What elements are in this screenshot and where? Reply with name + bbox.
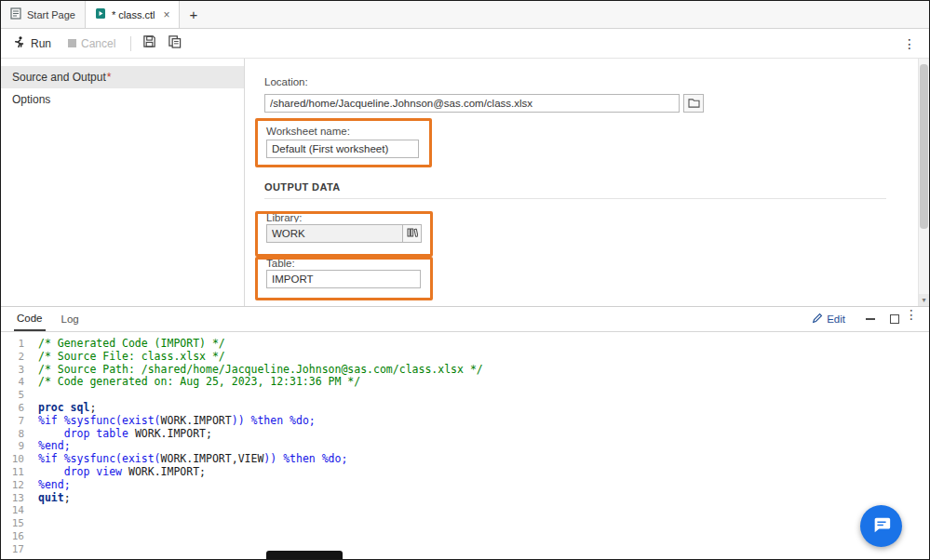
line-number: 7 (1, 415, 33, 428)
code-line[interactable]: 16 (1, 530, 929, 543)
line-number: 16 (1, 530, 33, 543)
folder-icon (688, 95, 700, 112)
close-icon[interactable]: × (163, 8, 169, 21)
code-panel: Code Log Edit ⋮ 1/* Generated Code (IMPO… (1, 307, 929, 559)
code-editor[interactable]: 1/* Generated Code (IMPORT) */2/* Source… (1, 332, 929, 556)
line-number: 12 (1, 479, 33, 492)
line-number: 17 (1, 543, 33, 556)
code-text: %end; (33, 479, 71, 492)
code-panel-header: Code Log Edit ⋮ (1, 307, 929, 332)
code-text: %if %sysfunc(exist(WORK.IMPORT,VIEW)) %t… (33, 453, 347, 466)
cancel-button[interactable]: Cancel (68, 37, 115, 50)
cancel-label: Cancel (81, 37, 115, 50)
table-input[interactable] (266, 270, 421, 288)
code-text (33, 504, 38, 517)
line-number: 9 (1, 440, 33, 453)
code-text (33, 389, 38, 402)
worksheet-name-label: Worksheet name: (266, 126, 429, 137)
new-tab-button[interactable]: + (180, 1, 207, 28)
line-number: 2 (1, 351, 33, 364)
code-line[interactable]: 6proc sql; (1, 402, 929, 415)
code-text (33, 517, 38, 530)
tab-bar: Start Page * class.ctl × + (1, 1, 929, 29)
code-line[interactable]: 12%end; (1, 479, 929, 492)
line-number: 13 (1, 492, 33, 505)
code-line[interactable]: 5 (1, 389, 929, 402)
maximize-panel-button[interactable] (890, 307, 899, 331)
scrollbar-thumb[interactable] (920, 64, 928, 229)
code-line[interactable]: 14 (1, 504, 929, 517)
tab-log[interactable]: Log (59, 307, 82, 331)
line-number: 11 (1, 466, 33, 479)
code-line[interactable]: 8 drop table WORK.IMPORT; (1, 428, 929, 441)
sidebar-item-label: Options (12, 93, 50, 106)
code-line[interactable]: 1/* Generated Code (IMPORT) */ (1, 338, 929, 351)
select-library-button[interactable] (402, 224, 422, 243)
tab-class-ctl[interactable]: * class.ctl × (86, 1, 180, 28)
code-line[interactable]: 15 (1, 517, 929, 530)
app-window: Start Page * class.ctl × + Run Cancel (0, 0, 930, 560)
tab-start-page[interactable]: Start Page (1, 1, 86, 28)
code-text (33, 543, 38, 556)
sidebar-item-options[interactable]: Options (1, 88, 244, 111)
output-data-heading: OUTPUT DATA (264, 181, 341, 193)
copy-button[interactable] (168, 34, 182, 52)
code-line[interactable]: 11 drop view WORK.IMPORT; (1, 466, 929, 479)
chat-bubble-icon (871, 514, 892, 539)
tab-label: Start Page (27, 9, 75, 20)
library-input[interactable] (266, 224, 403, 243)
maximize-icon (890, 314, 899, 324)
library-input-group (266, 224, 430, 243)
code-line[interactable]: 9%end; (1, 440, 929, 453)
tab-label: * class.ctl (112, 9, 155, 20)
edit-button[interactable]: Edit (812, 307, 845, 331)
table-label-clipped: Table: (266, 260, 430, 268)
code-line[interactable]: 3/* Source Path: /shared/home/Jacqueline… (1, 364, 929, 377)
chat-button[interactable] (860, 505, 902, 547)
header-spacer (82, 307, 812, 331)
worksheet-name-input[interactable] (266, 140, 419, 158)
sidebar-item-source-and-output[interactable]: Source and Output * (1, 66, 244, 88)
code-line[interactable]: 17 (1, 543, 929, 556)
code-line[interactable]: 2/* Source File: class.xlsx */ (1, 351, 929, 364)
task-icon (95, 7, 106, 21)
settings-sidebar: Source and Output * Options (1, 59, 245, 306)
browse-file-button[interactable] (683, 94, 704, 113)
scrollbar-down-button[interactable]: ▾ (919, 294, 929, 306)
line-number: 14 (1, 504, 33, 517)
minimize-panel-button[interactable] (866, 307, 875, 331)
location-input[interactable] (264, 94, 680, 113)
table-label: Table: (266, 260, 295, 268)
code-text: drop view WORK.IMPORT; (33, 466, 206, 479)
code-line[interactable]: 13quit; (1, 492, 929, 505)
toolbar-separator (130, 36, 131, 51)
line-number: 10 (1, 453, 33, 466)
vertical-scrollbar[interactable]: ▾ (918, 59, 929, 306)
run-label: Run (31, 37, 51, 50)
save-button[interactable] (142, 34, 156, 52)
task-settings-panel: Location: Worksheet name: OUTPUT DATA Li… (245, 59, 929, 306)
code-text: /* Source Path: /shared/home/Jacqueline.… (33, 364, 483, 377)
line-number: 3 (1, 364, 33, 377)
code-text: /* Generated Code (IMPORT) */ (33, 338, 225, 351)
run-button[interactable]: Run (12, 35, 51, 52)
code-text: quit; (33, 492, 71, 505)
minimize-icon (866, 318, 875, 320)
toolbar: Run Cancel ⋮ (1, 29, 929, 59)
start-page-icon (10, 7, 21, 21)
line-number: 4 (1, 376, 33, 389)
library-label-clipped: Library: (266, 214, 430, 222)
toolbar-overflow-menu[interactable]: ⋮ (890, 36, 929, 51)
code-line[interactable]: 4/* Code generated on: Aug 25, 2023, 12:… (1, 376, 929, 389)
code-text: /* Source File: class.xlsx */ (33, 351, 225, 364)
code-line[interactable]: 7%if %sysfunc(exist(WORK.IMPORT)) %then … (1, 415, 929, 428)
cropped-overlay-artifact (266, 551, 343, 560)
code-line[interactable]: 10%if %sysfunc(exist(WORK.IMPORT,VIEW)) … (1, 453, 929, 466)
code-text: %if %sysfunc(exist(WORK.IMPORT)) %then %… (33, 415, 316, 428)
library-icon (407, 225, 418, 242)
code-text: /* Code generated on: Aug 25, 2023, 12:3… (33, 376, 360, 389)
code-text: drop table WORK.IMPORT; (33, 428, 212, 441)
tab-code[interactable]: Code (14, 307, 46, 331)
code-overflow-menu[interactable]: ⋮ (899, 307, 929, 331)
code-text: proc sql; (33, 402, 96, 415)
